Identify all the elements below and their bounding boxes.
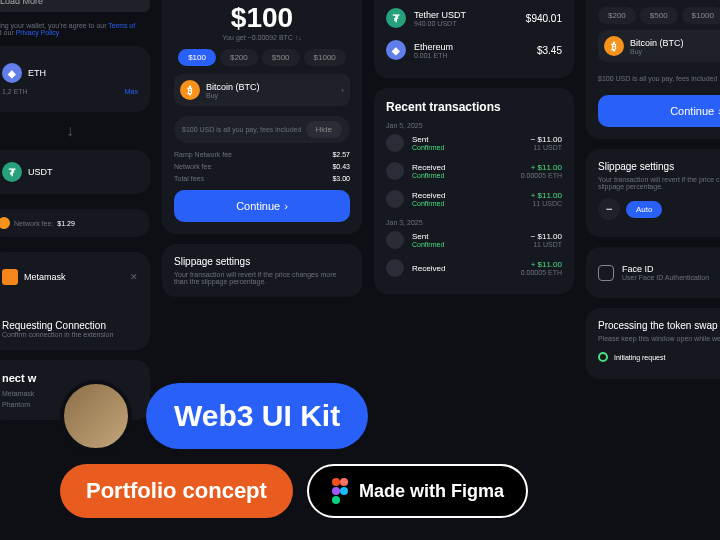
svg-point-2 [332,487,340,495]
fee-icon [0,217,10,229]
token-row-usdt[interactable]: ₮ Tether USDT940.00 USDT $940.01 [386,2,562,34]
fee-summary: $100 USD is all you pay, fees included H… [174,116,350,143]
tx-row[interactable]: ReceivedConfirmed+ $11.000.00005 ETH [386,157,562,185]
token-list: ₮ Tether USDT940.00 USDT $940.01 ◆ Ether… [374,0,574,78]
btc-icon: ₿ [604,36,624,56]
slippage-settings: Slippage settings Your transaction will … [586,149,720,237]
figma-badge: Made with Figma [307,464,528,518]
faceid-card[interactable]: Face ID User Face ID Authentication [586,247,720,298]
main-badge: Web3 UI Kit [146,383,368,449]
sent-icon [386,134,404,152]
amount-display: $100 [174,2,350,34]
chevron-right-icon: › [341,86,344,95]
terms-text: ecting your wallet, you're agree to our … [0,22,150,36]
requesting-title: Requesting Connection [2,320,138,331]
usdt-icon: ₮ [386,8,406,28]
coin-selector[interactable]: ₿ Bitcoin (BTC)Buy [598,30,720,62]
close-icon[interactable]: ✕ [130,272,138,282]
mini-buy-card: $200 $500 $1000 ₿ Bitcoin (BTC)Buy $100 … [586,0,720,139]
network-fee-row: Network fee:$1.29 [0,209,150,237]
avatar [60,380,132,452]
preset-500[interactable]: $500 [262,49,300,66]
recent-title: Recent transactions [386,100,562,114]
btc-icon: ₿ [180,80,200,100]
requesting-sub: Confirm connection in the extension [2,331,138,338]
slippage-card: Slippage settings Your transaction will … [162,244,362,297]
eth-icon: ◆ [386,40,406,60]
eth-input-card: ◆ ETH 1,2 ETHMax [0,46,150,112]
svg-point-0 [332,478,340,486]
received-icon [386,259,404,277]
load-more-button[interactable]: Load More [0,0,150,12]
tx-row[interactable]: Received+ $11.000.00005 ETH [386,254,562,282]
tx-row[interactable]: SentConfirmed− $11.0011 USDT [386,226,562,254]
usdt-input-card: ₮ USDT [0,150,150,194]
tx-row[interactable]: ReceivedConfirmed+ $11.0011 USDC [386,185,562,213]
coin-selector[interactable]: ₿ Bitcoin (BTC)Buy › [174,74,350,106]
buy-card: $100 You get ~0.00092 BTC ↑↓ $100 $200 $… [162,0,362,234]
svg-point-1 [340,478,348,486]
continue-button[interactable]: Continue [174,190,350,222]
portfolio-badge: Portfolio concept [60,464,293,518]
recent-transactions: Recent transactions Jan 5, 2025 SentConf… [374,88,574,294]
metamask-icon [2,269,18,285]
max-button[interactable]: Max [125,88,138,95]
swap-arrow-icon[interactable]: ↓ [0,122,150,140]
preset-1000[interactable]: $1000 [304,49,346,66]
faceid-icon [598,265,614,281]
tx-row[interactable]: SentConfirmed− $11.0011 USDT [386,129,562,157]
preset-200[interactable]: $200 [220,49,258,66]
svg-point-3 [340,487,348,495]
usdt-icon: ₮ [2,162,22,182]
eth-icon: ◆ [2,63,22,83]
eth-symbol: ETH [28,68,46,78]
conversion-sub: You get ~0.00092 BTC ↑↓ [174,34,350,41]
continue-button[interactable]: Continue [598,95,720,127]
svg-point-4 [332,496,340,504]
preset-100[interactable]: $100 [178,49,216,66]
received-icon [386,190,404,208]
auto-button[interactable]: Auto [626,201,662,218]
sent-icon [386,231,404,249]
received-icon [386,162,404,180]
hide-button[interactable]: Hide [306,121,342,138]
metamask-modal: Metamask✕ Requesting Connection Confirm … [0,252,150,350]
figma-icon [331,478,349,504]
usdt-symbol: USDT [28,167,53,177]
token-row-eth[interactable]: ◆ Ethereum0.001 ETH $3.45 [386,34,562,66]
step-indicator-icon [598,352,608,362]
decrease-button[interactable]: − [598,198,620,220]
processing-card: Processing the token swap Please keep th… [586,308,720,379]
promo-overlay: Web3 UI Kit Portfolio concept Made with … [60,380,528,518]
